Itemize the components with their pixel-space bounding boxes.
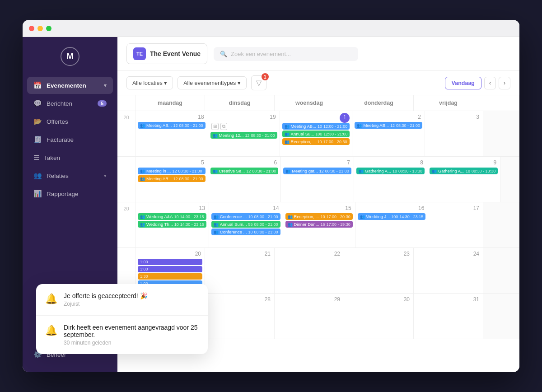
calendar-day-1-3[interactable]: 8👥 Gathering A... 18 08:30 - 13:30 xyxy=(354,157,427,202)
event-pill[interactable]: 1:30 xyxy=(138,273,202,280)
event-pill[interactable]: 👥 Wedding Th... 10 14:30 - 23:15 xyxy=(138,221,206,228)
event-pill[interactable]: 👥 Wedding A&A 10 14:00 - 23:15 xyxy=(138,213,206,220)
copy-event-icon[interactable]: ⧉ xyxy=(220,123,227,130)
chevron-icon: ▾ xyxy=(104,83,107,89)
calendar-day-4-2[interactable]: 29 xyxy=(275,294,344,339)
sidebar-item-offertes[interactable]: 📂 Offertes xyxy=(27,113,113,130)
event-pill[interactable]: 👥 Meeting AB... 12 08:30 - 21:00 xyxy=(138,122,206,129)
calendar-day-0-3[interactable]: 2👥 Meeting AB... 12 08:30 - 21:00 xyxy=(352,111,425,156)
event-count: 18 xyxy=(466,169,470,173)
event-pill[interactable]: 👥 Conference ... 10 08:00 - 21:00 xyxy=(211,213,280,220)
sidebar-item-taken[interactable]: ☰ Taken xyxy=(27,149,113,166)
weekend-header xyxy=(483,95,519,111)
calendar-day-2-4[interactable]: 17 xyxy=(428,202,483,247)
event-count: 10 xyxy=(318,140,322,144)
sidebar-item-berichten[interactable]: 💬 Berichten 5 xyxy=(27,95,113,112)
calendar-day-1-2[interactable]: 7👥 Meeting gat... 12 08:30 - 21:00 xyxy=(281,157,354,202)
calendar-day-3-4[interactable]: 24 xyxy=(414,248,483,293)
venue-selector[interactable]: TE The Event Venue xyxy=(126,43,207,64)
event-pill[interactable]: 👥 Meeting AB... 12 08:30 - 21:00 xyxy=(138,175,206,182)
calendar-day-0-4[interactable]: 3 xyxy=(425,111,483,156)
sidebar-item-relaties[interactable]: 👥 Relaties ▾ xyxy=(27,167,113,184)
event-pill[interactable]: 👥 Reception, ... 10 17:00 - 20:30 xyxy=(285,213,353,220)
event-count: 10 xyxy=(318,124,322,129)
calendar-day-4-4[interactable]: 31 xyxy=(414,294,483,339)
calendar-day-0-0[interactable]: 18👥 Meeting AB... 12 08:30 - 21:00 xyxy=(136,111,208,156)
filter-locations-button[interactable]: Alle locaties ▾ xyxy=(126,76,173,89)
day-number: 19 xyxy=(210,113,277,122)
fullscreen-dot[interactable] xyxy=(46,26,51,31)
calendar-day-2-3[interactable]: 16👥 Wedding J... 100 14:30 - 23:15 xyxy=(355,202,429,247)
event-pill[interactable]: 👥 Conference ... 10 08:00 - 21:00 xyxy=(211,229,280,235)
event-time: 17:00 - 20:30 xyxy=(323,140,347,144)
calendar-day-4-1[interactable]: 28 xyxy=(205,294,275,339)
event-count: 12 xyxy=(246,169,251,173)
event-pill[interactable]: 👥 Gathering A... 18 08:30 - 13:30 xyxy=(430,168,498,174)
event-pill[interactable]: 👥 Annual Sum... 55 08:00 - 21:00 xyxy=(211,221,280,228)
event-count: 18 xyxy=(392,169,397,173)
calendar-day-0-2[interactable]: 1👥 Meeting AB... 10 12:00 - 21:00👥 Annua… xyxy=(280,111,353,156)
day-number: 22 xyxy=(277,250,341,259)
prev-week-button[interactable]: ‹ xyxy=(484,77,496,89)
add-event-icon[interactable]: ⊞ xyxy=(211,123,219,130)
event-pill[interactable]: 👥 Meeting AB... 10 12:00 - 21:00 xyxy=(282,123,350,130)
event-pill[interactable]: 👥 Reception, ... 10 17:00 - 20:30 xyxy=(282,138,350,145)
calendar-day-1-4[interactable]: 9👥 Gathering A... 18 08:30 - 13:30 xyxy=(427,157,500,202)
app-window: M 📅 Evenementen ▾ 💬 Berichten 5 📂 Offert… xyxy=(23,20,519,372)
sidebar-item-facturatie[interactable]: 🧾 Facturatie xyxy=(27,131,113,148)
calendar-day-2-1[interactable]: 14👥 Conference ... 10 08:00 - 21:00👥 Ann… xyxy=(209,202,283,247)
sidebar-item-rapportage[interactable]: 📊 Rapportage xyxy=(27,185,113,202)
event-people-icon: 👥 xyxy=(359,169,364,173)
calendar-day-3-3[interactable]: 23 xyxy=(344,248,414,293)
notification-item-1: 🔔 Je offerte is geaccepteerd! 🎉 Zojuist xyxy=(36,284,208,316)
day-number: 2 xyxy=(355,113,422,122)
calendar-day-3-1[interactable]: 21 xyxy=(205,248,275,293)
event-people-icon: 👥 xyxy=(285,124,290,129)
sidebar-item-evenementen[interactable]: 📅 Evenementen ▾ xyxy=(27,77,113,94)
calendar-day-3-2[interactable]: 22 xyxy=(275,248,344,293)
sidebar-label-evenementen: Evenementen xyxy=(47,82,86,89)
day-number: 17 xyxy=(430,204,481,213)
search-box[interactable]: 🔍 Zoek een evenement... xyxy=(214,47,358,61)
day-number: 18 xyxy=(138,113,206,122)
event-title: Meeting AB... xyxy=(363,123,389,128)
event-count: 10 xyxy=(174,222,179,227)
calendar-icon: 📅 xyxy=(33,81,42,89)
event-pill[interactable]: 👥 Meeting in ... 12 08:30 - 21:00 xyxy=(138,168,206,174)
today-button[interactable]: Vandaag xyxy=(445,77,481,89)
event-people-icon: 👥 xyxy=(213,133,218,138)
calendar-day-1-0[interactable]: 5👥 Meeting in ... 12 08:30 - 21:00👥 Meet… xyxy=(136,157,208,202)
calendar-day-4-3[interactable]: 30 xyxy=(344,294,414,339)
event-people-icon: 👥 xyxy=(288,215,293,219)
minimize-dot[interactable] xyxy=(37,26,43,31)
wednesday-header: woensdag xyxy=(275,95,344,111)
filter-types-button[interactable]: Alle evenementtypes ▾ xyxy=(178,76,247,89)
day-number: 30 xyxy=(346,295,411,304)
calendar-day-0-1[interactable]: 19⊞ ⧉👥 Meeting 12... 12 08:30 - 21:00 xyxy=(208,111,280,156)
event-pill[interactable]: 1:00 xyxy=(138,259,202,265)
event-pill[interactable]: 👥 Dinner Dan... 16 17:00 - 19:30 xyxy=(285,221,353,228)
event-pill[interactable]: 👥 Meeting AB... 12 08:30 - 21:00 xyxy=(355,122,422,129)
calendar-day-2-2[interactable]: 15👥 Reception, ... 10 17:00 - 20:30👥 Din… xyxy=(283,202,355,247)
filter-active-button[interactable]: ▽ 1 xyxy=(251,75,266,90)
report-icon: 📊 xyxy=(33,190,42,198)
event-pill[interactable]: 1:00 xyxy=(138,266,202,272)
event-title: Reception, ... xyxy=(294,214,319,219)
event-pill[interactable]: 👥 Creative Se... 12 08:30 - 21:00 xyxy=(210,168,279,174)
day-number: 15 xyxy=(285,204,353,213)
notif-content-2: Dirk heeft een evenement aangevraagd voo… xyxy=(64,324,199,346)
close-dot[interactable] xyxy=(29,26,34,31)
notif-time-1: Zojuist xyxy=(64,301,148,307)
event-pill[interactable]: 👥 Meeting 12... 12 08:30 - 21:00 xyxy=(210,132,277,139)
event-people-icon: 👥 xyxy=(288,222,293,227)
notif-time-2: 30 minuten geleden xyxy=(64,340,199,346)
calendar-day-1-1[interactable]: 6👥 Creative Se... 12 08:30 - 21:00 xyxy=(208,157,281,202)
next-week-button[interactable]: › xyxy=(499,77,510,89)
weekend-column xyxy=(483,248,519,293)
event-people-icon: 👥 xyxy=(285,132,290,136)
event-pill[interactable]: 👥 Annual Su... 100 12:30 - 21:00 xyxy=(282,131,350,137)
event-pill[interactable]: 👥 Gathering A... 18 08:30 - 13:30 xyxy=(356,168,425,174)
event-pill[interactable]: 👥 Meeting gat... 12 08:30 - 21:00 xyxy=(283,168,351,174)
event-pill[interactable]: 👥 Wedding J... 100 14:30 - 23:15 xyxy=(358,213,426,220)
calendar-day-2-0[interactable]: 13👥 Wedding A&A 10 14:00 - 23:15👥 Weddin… xyxy=(136,202,209,247)
